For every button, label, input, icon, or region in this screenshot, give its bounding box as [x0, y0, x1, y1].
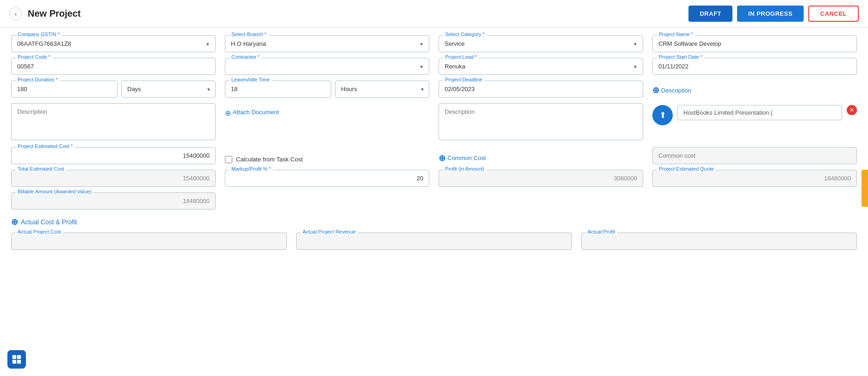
common-cost-link[interactable]: ⊕ Common Cost — [439, 152, 486, 163]
actual-project-revenue-field: Actual Project Revenue — [296, 233, 572, 250]
project-deadline-input[interactable] — [439, 80, 643, 98]
total-estimated-cost-field: Total Estimated Cost — [11, 170, 216, 187]
back-button[interactable]: ‹ — [9, 7, 22, 20]
upload-filename-display: HostBooks Limited Presentation ( — [677, 105, 842, 120]
project-estimated-cost-label: Project Estimated Cost * — [16, 143, 74, 149]
header-actions: DRAFT IN PROGRESS CANCEL — [688, 6, 859, 22]
project-duration-label: Project Duration * — [16, 77, 59, 82]
side-flag — [862, 170, 868, 207]
profit-amount-input[interactable] — [439, 170, 643, 187]
contractee-input[interactable] — [225, 58, 429, 75]
actual-project-cost-label: Actual Project Cost — [16, 229, 63, 234]
project-estimated-cost-field: Project Estimated Cost * — [11, 147, 216, 164]
leaves-idle-time-label: Leaves/Idle Time — [229, 77, 272, 82]
form-row-3: Project Duration * Days Weeks Months ▼ L… — [11, 80, 857, 98]
description-textarea-left[interactable] — [11, 103, 216, 140]
actual-project-revenue-label: Actual Project Revenue — [301, 229, 358, 234]
upload-filename-text: HostBooks Limited Presentation ( — [683, 109, 773, 116]
project-name-input[interactable] — [652, 35, 857, 52]
attach-document-link[interactable]: ⊕ Attach Document — [225, 105, 429, 117]
description-textarea-right[interactable] — [439, 103, 643, 140]
markup-profit-input[interactable] — [225, 170, 429, 187]
calculate-task-cost-wrapper: Calculate from Task Cost — [225, 147, 429, 164]
project-deadline-label: Project Deadline — [443, 77, 484, 82]
actual-profit-field: Actual Profit — [581, 233, 857, 250]
common-cost-input-field — [652, 147, 857, 164]
project-duration-field: Project Duration * Days Weeks Months ▼ — [11, 80, 216, 98]
description-link-label: Description — [661, 87, 691, 94]
actual-project-cost-field: Actual Project Cost — [11, 233, 287, 250]
common-cost-link-wrapper: ⊕ Common Cost — [439, 147, 643, 164]
header-left: ‹ New Project — [9, 7, 81, 20]
upload-button[interactable]: ⬆ — [652, 105, 673, 125]
actual-project-cost-input[interactable] — [11, 233, 287, 250]
leaves-input[interactable] — [225, 80, 331, 98]
common-cost-plus-icon: ⊕ — [439, 153, 446, 163]
actual-profit-input[interactable] — [581, 233, 857, 250]
project-code-field: Project Code * — [11, 58, 216, 75]
profit-amount-label: Profit (in Amount) — [443, 166, 486, 172]
description-link[interactable]: ⊕ Description — [652, 85, 691, 95]
select-branch-input[interactable] — [225, 35, 429, 52]
leaves-unit-select[interactable]: Hours Days — [335, 80, 429, 98]
contractee-label: Contractee * — [229, 54, 261, 60]
actual-cost-label[interactable]: Actual Cost & Profit — [21, 218, 77, 226]
select-category-field: Select Category * — [439, 35, 643, 52]
profit-amount-field: Profit (in Amount) — [439, 170, 643, 187]
project-start-date-input[interactable] — [652, 58, 857, 75]
description-field-left — [11, 103, 216, 142]
project-estimated-cost-input[interactable] — [11, 147, 216, 164]
select-category-label: Select Category * — [443, 31, 487, 37]
attach-col: ⊕ Attach Document — [225, 103, 429, 142]
total-estimated-cost-input[interactable] — [11, 170, 216, 187]
duration-wrapper: Days Weeks Months ▼ — [11, 80, 216, 98]
common-cost-link-label: Common Cost — [447, 154, 486, 161]
company-gstin-label: Company GSTIN * — [16, 31, 62, 37]
calculate-task-cost-row: Calculate from Task Cost — [225, 152, 303, 163]
actual-cost-plus-icon: ⊕ — [11, 217, 18, 227]
billable-amount-input[interactable] — [11, 192, 216, 210]
select-branch-field: Select Branch * — [225, 35, 429, 52]
inprogress-button[interactable]: IN PROGRESS — [737, 6, 804, 22]
project-lead-field: Project Lead * — [439, 58, 643, 75]
bottom-grid: Actual Project Cost Actual Project Reven… — [11, 233, 857, 250]
company-gstin-input[interactable] — [11, 35, 216, 52]
select-category-input[interactable] — [439, 35, 643, 52]
contractee-field: Contractee * — [225, 58, 429, 75]
upload-icon: ⬆ — [659, 110, 666, 120]
cancel-button[interactable]: CANCEL — [808, 6, 859, 22]
form-row-1: Company GSTIN * Select Branch * Select C… — [11, 35, 857, 52]
delete-icon: ✕ — [849, 107, 854, 113]
project-lead-input[interactable] — [439, 58, 643, 75]
form-row-4: ⊕ Attach Document ⬆ HostBooks Limited Pr… — [11, 103, 857, 142]
project-duration-unit-select[interactable]: Days Weeks Months — [121, 80, 216, 98]
markup-profit-label: Markup/Profit % * — [229, 166, 273, 172]
delete-upload-button[interactable]: ✕ — [847, 105, 857, 115]
description-plus-icon: ⊕ — [652, 85, 659, 95]
form-row-2: Project Code * Contractee * Project Lead… — [11, 58, 857, 75]
main-content: Company GSTIN * Select Branch * Select C… — [0, 28, 868, 257]
description-link-wrapper: ⊕ Description — [652, 80, 857, 98]
description-field-right — [439, 103, 643, 142]
draft-button[interactable]: DRAFT — [688, 6, 732, 22]
project-duration-input[interactable] — [11, 80, 118, 98]
project-start-date-field: Project Start Date * — [652, 58, 857, 75]
attach-plus-icon: ⊕ — [225, 109, 231, 117]
form-row-6: Total Estimated Cost Markup/Profit % * P… — [11, 170, 857, 187]
project-name-field: Project Name * — [652, 35, 857, 52]
actual-profit-label: Actual Profit — [586, 229, 617, 234]
common-cost-input[interactable] — [652, 147, 857, 164]
actual-project-revenue-input[interactable] — [296, 233, 572, 250]
project-estimated-quote-label: Project Estimated Quote — [657, 166, 716, 172]
select-branch-label: Select Branch * — [229, 31, 268, 37]
leaves-wrapper: Hours Days ▼ — [225, 80, 429, 98]
project-estimated-quote-input[interactable] — [652, 170, 857, 187]
project-lead-label: Project Lead * — [443, 54, 479, 60]
project-estimated-quote-field: Project Estimated Quote — [652, 170, 857, 187]
company-gstin-field: Company GSTIN * — [11, 35, 216, 52]
billable-amount-label: Billable Amount (Awarded Value) — [16, 189, 93, 194]
actual-cost-profit-section: ⊕ Actual Cost & Profit — [11, 217, 857, 227]
calculate-task-cost-checkbox[interactable] — [225, 156, 232, 163]
project-code-input[interactable] — [11, 58, 216, 75]
form-row-5: Project Estimated Cost * Calculate from … — [11, 147, 857, 164]
